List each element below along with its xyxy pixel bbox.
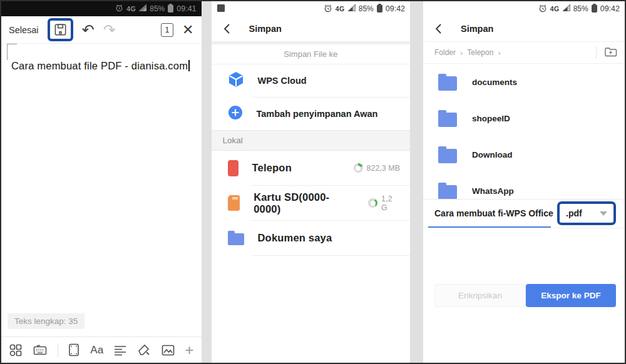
battery-icon: [592, 4, 597, 14]
page-corner-mark: [7, 44, 17, 60]
add-more-icon[interactable]: +: [185, 343, 193, 358]
battery-percent-label: 85%: [150, 4, 165, 13]
document-text[interactable]: Cara membuat file PDF - dianisa.com: [1, 44, 202, 72]
paragraph-align-icon[interactable]: [113, 345, 127, 356]
storage-usage-ring: [368, 198, 377, 208]
folder-icon: [438, 113, 457, 127]
battery-icon: [377, 4, 382, 14]
clock-label: 09:42: [386, 4, 405, 13]
dropdown-arrow-icon: [600, 211, 607, 216]
insert-image-icon[interactable]: [161, 344, 175, 356]
save-header: Simpan: [212, 16, 411, 41]
wps-cloud-icon: [228, 71, 244, 90]
action-bar: Enkripsikan Ekspor ke PDF: [423, 228, 625, 363]
editor-bottom-toolbar: Aa +: [1, 336, 202, 363]
new-folder-icon[interactable]: [604, 46, 617, 59]
folder-row[interactable]: documents: [423, 64, 625, 100]
save-icon[interactable]: [53, 23, 68, 37]
export-pdf-button[interactable]: Ekspor ke PDF: [526, 284, 616, 307]
document-canvas[interactable]: Cara membuat file PDF - dianisa.com Teks…: [1, 44, 202, 336]
extension-dropdown[interactable]: .pdf: [560, 204, 613, 223]
folder-row[interactable]: shopeeID: [423, 100, 625, 136]
storage-item-documents[interactable]: Dokumen saya: [212, 221, 411, 255]
editor-status-bar: 4G 85% 09:41: [1, 1, 202, 16]
back-icon[interactable]: [433, 23, 444, 35]
save-to-label: Simpan File ke: [212, 44, 411, 64]
folder-picker-panel: 4G 85% 09:42 Simpan Folder › Telepon › d…: [423, 1, 625, 363]
folder-name: shopeeID: [472, 114, 510, 123]
undo-icon[interactable]: ↶: [82, 23, 95, 38]
sd-card-icon: [228, 195, 240, 211]
folder-icon: [438, 149, 457, 163]
folder-name: Download: [472, 150, 513, 159]
text-format-icon[interactable]: Aa: [90, 344, 103, 356]
storage-size-label: 1,2 G: [381, 195, 400, 212]
editor-toolbar: Selesai ↶ ↷ 1 ✕: [1, 16, 202, 44]
network-type-label: 4G: [126, 5, 136, 13]
filename-input[interactable]: Cara membuat fi-WPS Office: [434, 208, 557, 218]
close-icon[interactable]: ✕: [182, 23, 193, 37]
battery-percent-label: 85%: [573, 4, 588, 13]
storage-usage-ring: [354, 163, 363, 173]
save-button-highlight: [48, 18, 73, 41]
local-section-header: Lokal: [212, 130, 411, 151]
storage-size-label: 822,3 MB: [367, 164, 401, 173]
wps-cloud-item[interactable]: WPS Cloud: [212, 64, 411, 97]
folder-name: WhatsApp: [472, 186, 514, 196]
alarm-icon: [324, 4, 332, 14]
toolbar-divider: [58, 343, 58, 357]
storage-item-telepon[interactable]: Telepon 822,3 MB: [212, 151, 411, 185]
battery-percent-label: 85%: [359, 4, 374, 13]
alarm-icon: [538, 4, 547, 14]
save-title: Simpan: [249, 24, 282, 34]
keyboard-icon[interactable]: [33, 343, 48, 357]
alarm-icon: [115, 4, 123, 14]
add-cloud-item[interactable]: Tambah penyimpanan Awan: [212, 98, 411, 130]
redo-icon: ↷: [103, 23, 116, 38]
storage-label: Kartu SD(0000-0000): [254, 191, 354, 215]
format-painter-icon[interactable]: [137, 343, 151, 357]
extension-value: .pdf: [566, 208, 595, 218]
breadcrumb: Folder › Telepon ›: [423, 41, 625, 64]
tools-grid-icon[interactable]: [9, 343, 23, 357]
folder-status-bar: 4G 85% 09:42: [423, 1, 625, 16]
battery-icon: [168, 4, 173, 14]
text-cursor: [188, 60, 190, 71]
folder-icon: [228, 233, 244, 245]
screenshot-root: 4G 85% 09:41 Selesai ↶ ↷ 1 ✕ Cara membua…: [0, 0, 626, 364]
folder-title: Simpan: [461, 24, 493, 34]
panel-gap: [410, 1, 423, 363]
signal-icon: [563, 4, 570, 13]
folder-list: documents shopeeID Download WhatsApp And…: [423, 64, 625, 199]
signal-icon: [348, 4, 356, 13]
breadcrumb-current[interactable]: Telepon: [467, 48, 493, 57]
network-type-label: 4G: [550, 5, 560, 13]
page-frame-icon[interactable]: [68, 343, 80, 357]
clock-label: 09:41: [177, 4, 196, 13]
extension-dropdown-highlight: .pdf: [557, 201, 616, 225]
breadcrumb-divider: [596, 46, 597, 59]
storage-label: Telepon: [252, 162, 292, 174]
network-type-label: 4G: [336, 5, 345, 13]
breadcrumb-root[interactable]: Folder: [434, 48, 456, 57]
add-cloud-icon: [228, 105, 243, 123]
chevron-right-icon: ›: [460, 48, 463, 58]
storage-item-sdcard[interactable]: Kartu SD(0000-0000) 1,2 G: [212, 186, 411, 220]
folder-name: documents: [472, 78, 517, 87]
filename-bar: Cara membuat fi-WPS Office .pdf: [423, 199, 625, 228]
page-indicator[interactable]: 1: [161, 23, 173, 37]
filename-underline: [428, 226, 551, 228]
done-button[interactable]: Selesai: [9, 25, 39, 35]
save-destination-panel: 4G 85% 09:42 Simpan Simpan File ke WPS C…: [212, 1, 411, 363]
editor-panel: 4G 85% 09:41 Selesai ↶ ↷ 1 ✕ Cara membua…: [1, 1, 202, 363]
folder-row[interactable]: Download: [423, 136, 625, 173]
add-cloud-label: Tambah penyimpanan Awan: [257, 109, 378, 119]
folder-row[interactable]: WhatsApp: [423, 173, 625, 199]
signal-icon: [139, 4, 146, 13]
clock-label: 09:42: [600, 4, 620, 13]
folder-icon: [438, 76, 457, 91]
back-icon[interactable]: [222, 23, 233, 35]
folder-header: Simpan: [423, 16, 625, 41]
encrypt-button[interactable]: Enkripsikan: [434, 284, 526, 307]
notification-icon: [217, 4, 225, 14]
